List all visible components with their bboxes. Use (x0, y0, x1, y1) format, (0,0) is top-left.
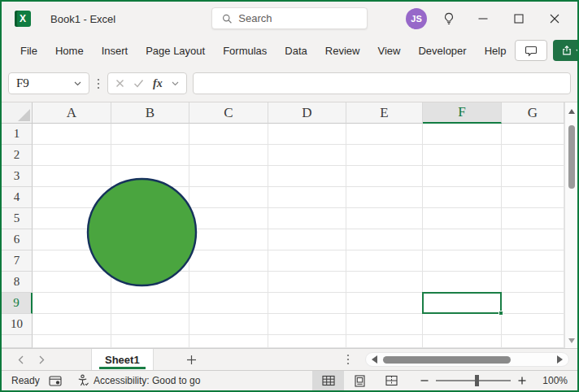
cell-D5[interactable] (268, 208, 346, 229)
cell-C1[interactable] (189, 124, 268, 145)
cell-B10[interactable] (111, 314, 189, 335)
select-all-button[interactable] (2, 102, 33, 124)
zoom-slider[interactable] (436, 380, 511, 381)
cell-C3[interactable] (189, 166, 268, 187)
name-box-resizer[interactable] (95, 78, 102, 89)
scroll-down-arrow-icon[interactable] (568, 338, 575, 343)
row-header-4[interactable]: 4 (2, 187, 33, 208)
menu-item-formulas[interactable]: Formulas (214, 41, 276, 61)
horizontal-scrollbar-thumb[interactable] (383, 356, 511, 364)
cell-A1[interactable] (33, 124, 111, 145)
cell-D9[interactable] (268, 293, 346, 314)
minimize-button[interactable] (465, 6, 501, 32)
search-input[interactable] (238, 12, 357, 24)
cell-F4[interactable] (423, 187, 502, 208)
cell-D10[interactable] (268, 314, 346, 335)
cell-F1[interactable] (423, 124, 502, 145)
column-header-b[interactable]: B (111, 102, 189, 124)
cell-B1[interactable] (111, 124, 189, 145)
row-header-3[interactable]: 3 (2, 166, 33, 187)
cell-G5[interactable] (502, 208, 564, 229)
row-header-1[interactable]: 1 (2, 124, 33, 145)
horizontal-scrollbar[interactable] (365, 352, 569, 367)
cell-G9[interactable] (502, 293, 564, 314)
column-header-d[interactable]: D (268, 102, 346, 124)
column-header-a[interactable]: A (33, 102, 111, 124)
menu-item-review[interactable]: Review (316, 41, 369, 61)
cell-D6[interactable] (268, 229, 346, 250)
cell-F6[interactable] (423, 229, 502, 250)
cell-F5[interactable] (423, 208, 502, 229)
row-header-2[interactable]: 2 (2, 145, 33, 166)
cell-C2[interactable] (189, 145, 268, 166)
account-button[interactable]: JS (400, 6, 433, 32)
cell-G3[interactable] (502, 166, 564, 187)
next-sheet-button[interactable] (31, 349, 52, 370)
whats-new-button[interactable] (433, 6, 465, 32)
cell-A10[interactable] (33, 314, 111, 335)
cell-E7[interactable] (346, 250, 423, 272)
cell-F9[interactable] (423, 293, 502, 314)
cell-G8[interactable] (502, 272, 564, 293)
formula-input[interactable] (193, 72, 571, 94)
cell-E4[interactable] (346, 187, 423, 208)
menu-item-help[interactable]: Help (476, 41, 516, 61)
cell-E2[interactable] (346, 145, 423, 166)
cell-C10[interactable] (189, 314, 268, 335)
cell-E8[interactable] (346, 272, 423, 293)
column-header-f[interactable]: F (423, 102, 502, 124)
search-box[interactable] (211, 7, 368, 29)
row-header-partial[interactable] (2, 335, 33, 348)
cell-G1[interactable] (502, 124, 564, 145)
macro-record-button[interactable] (49, 375, 62, 387)
previous-sheet-button[interactable] (10, 349, 31, 370)
cell-F2[interactable] (423, 145, 502, 166)
cell-C7[interactable] (189, 250, 268, 272)
column-header-c[interactable]: C (189, 102, 268, 124)
menu-item-developer[interactable]: Developer (409, 41, 475, 61)
menu-item-home[interactable]: Home (46, 41, 93, 61)
chevron-down-icon[interactable] (74, 81, 81, 86)
cell-E9[interactable] (346, 293, 423, 314)
row-header-8[interactable]: 8 (2, 272, 33, 293)
cell-F3[interactable] (423, 166, 502, 187)
column-header-g[interactable]: G (502, 102, 564, 124)
cancel-icon[interactable] (115, 79, 124, 88)
cell-D8[interactable] (268, 272, 346, 293)
cell-E5[interactable] (346, 208, 423, 229)
cell-F10[interactable] (423, 314, 502, 335)
cell-partial[interactable] (33, 335, 111, 348)
normal-view-button[interactable] (312, 371, 344, 390)
cell-F7[interactable] (423, 250, 502, 272)
vertical-scrollbar-thumb[interactable] (568, 125, 575, 189)
page-layout-view-button[interactable] (344, 371, 376, 390)
cell-partial[interactable] (502, 335, 564, 348)
cell-C6[interactable] (189, 229, 268, 250)
row-header-5[interactable]: 5 (2, 208, 33, 229)
menu-item-page-layout[interactable]: Page Layout (137, 41, 214, 61)
row-header-6[interactable]: 6 (2, 229, 33, 250)
scroll-left-arrow-icon[interactable] (372, 355, 377, 364)
cell-A9[interactable] (33, 293, 111, 314)
cell-G6[interactable] (502, 229, 564, 250)
cell-G10[interactable] (502, 314, 564, 335)
row-header-7[interactable]: 7 (2, 250, 33, 272)
cell-E10[interactable] (346, 314, 423, 335)
cell-G7[interactable] (502, 250, 564, 272)
avatar[interactable]: JS (406, 8, 427, 29)
page-break-preview-button[interactable] (376, 371, 407, 390)
sheet-tab-sheet1[interactable]: Sheet1 (91, 349, 154, 370)
menu-item-insert[interactable]: Insert (93, 41, 137, 61)
cell-partial[interactable] (268, 335, 346, 348)
share-button[interactable] (553, 40, 579, 61)
cell-D7[interactable] (268, 250, 346, 272)
cell-D2[interactable] (268, 145, 346, 166)
zoom-in-icon[interactable] (518, 377, 526, 385)
column-header-e[interactable]: E (346, 102, 423, 124)
insert-function-button[interactable]: fx (153, 77, 163, 90)
cell-C9[interactable] (189, 293, 268, 314)
cell-partial[interactable] (346, 335, 423, 348)
enter-check-icon[interactable] (133, 79, 144, 88)
cell-partial[interactable] (189, 335, 268, 348)
maximize-button[interactable] (501, 6, 537, 32)
